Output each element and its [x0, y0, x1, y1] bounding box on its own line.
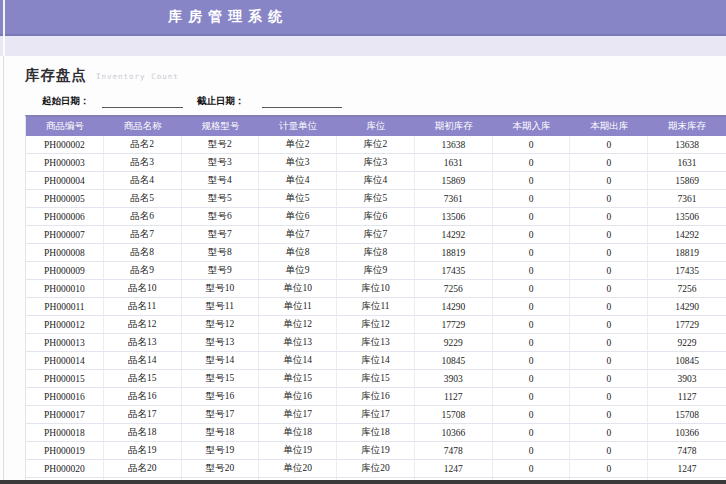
table-cell[interactable]: 17729 — [415, 316, 493, 333]
table-cell[interactable]: 10366 — [648, 424, 726, 441]
column-header[interactable]: 计量单位 — [259, 117, 337, 136]
table-cell[interactable]: 13638 — [648, 136, 726, 153]
table-cell[interactable]: 10845 — [415, 352, 493, 369]
table-cell[interactable]: 9229 — [648, 334, 726, 351]
column-header[interactable]: 商品编号 — [26, 117, 104, 136]
table-cell[interactable]: 品名17 — [104, 406, 182, 423]
table-cell[interactable]: 13638 — [415, 136, 493, 153]
column-header[interactable]: 期末库存 — [648, 117, 726, 136]
table-cell[interactable]: PH000004 — [26, 172, 104, 189]
table-cell[interactable]: 13506 — [415, 208, 493, 225]
table-cell[interactable]: PH000013 — [26, 334, 104, 351]
table-cell[interactable]: 0 — [493, 424, 571, 441]
table-cell[interactable]: 单位9 — [259, 262, 337, 279]
table-cell[interactable]: 1127 — [648, 388, 726, 405]
table-cell[interactable]: 库位18 — [337, 424, 415, 441]
column-header[interactable]: 规格型号 — [182, 117, 260, 136]
table-cell[interactable]: 14290 — [648, 298, 726, 315]
table-cell[interactable]: 单位16 — [259, 388, 337, 405]
table-cell[interactable]: 库位10 — [337, 280, 415, 297]
start-date-input[interactable] — [102, 96, 183, 108]
table-cell[interactable]: 库位13 — [337, 334, 415, 351]
table-cell[interactable]: 0 — [493, 298, 571, 315]
table-cell[interactable]: 0 — [570, 244, 648, 261]
table-cell[interactable]: 品名10 — [104, 280, 182, 297]
table-cell[interactable]: 0 — [570, 172, 648, 189]
table-cell[interactable]: 0 — [493, 442, 571, 459]
table-cell[interactable]: 0 — [570, 136, 648, 153]
table-cell[interactable]: 7478 — [648, 442, 726, 459]
table-cell[interactable]: 型号14 — [182, 352, 260, 369]
table-cell[interactable]: 库位20 — [337, 460, 415, 477]
table-cell[interactable]: PH000017 — [26, 406, 104, 423]
table-cell[interactable]: 0 — [570, 226, 648, 243]
table-cell[interactable]: 15869 — [415, 172, 493, 189]
table-cell[interactable]: 库位11 — [337, 298, 415, 315]
table-cell[interactable]: 0 — [493, 334, 571, 351]
table-cell[interactable]: 0 — [493, 370, 571, 387]
end-date-input[interactable] — [262, 96, 342, 108]
table-cell[interactable]: 1127 — [415, 388, 493, 405]
table-cell[interactable]: 单位14 — [259, 352, 337, 369]
table-cell[interactable]: 品名7 — [104, 226, 182, 243]
table-cell[interactable]: 品名19 — [104, 442, 182, 459]
column-header[interactable]: 库位 — [337, 117, 415, 136]
table-cell[interactable]: 品名3 — [104, 154, 182, 171]
table-cell[interactable]: 3903 — [415, 370, 493, 387]
table-cell[interactable]: 0 — [493, 388, 571, 405]
table-cell[interactable]: 0 — [493, 154, 571, 171]
table-cell[interactable]: 0 — [493, 172, 571, 189]
table-cell[interactable]: 0 — [570, 424, 648, 441]
table-cell[interactable]: 0 — [493, 316, 571, 333]
table-cell[interactable]: 0 — [570, 316, 648, 333]
table-cell[interactable]: 库位6 — [337, 208, 415, 225]
table-cell[interactable]: 0 — [570, 334, 648, 351]
table-cell[interactable]: 品名6 — [104, 208, 182, 225]
table-cell[interactable]: 0 — [570, 370, 648, 387]
table-cell[interactable]: 0 — [570, 442, 648, 459]
table-cell[interactable]: 库位14 — [337, 352, 415, 369]
table-cell[interactable]: 0 — [493, 190, 571, 207]
table-cell[interactable]: 单位8 — [259, 244, 337, 261]
table-cell[interactable]: 18819 — [415, 244, 493, 261]
table-cell[interactable]: 0 — [493, 406, 571, 423]
table-cell[interactable]: 品名4 — [104, 172, 182, 189]
table-cell[interactable]: 型号5 — [182, 190, 260, 207]
table-cell[interactable]: 0 — [570, 280, 648, 297]
table-cell[interactable]: 库位4 — [337, 172, 415, 189]
table-cell[interactable]: 型号3 — [182, 154, 260, 171]
table-cell[interactable]: 品名12 — [104, 316, 182, 333]
table-cell[interactable]: PH000016 — [26, 388, 104, 405]
table-cell[interactable]: 品名5 — [104, 190, 182, 207]
table-cell[interactable]: 单位20 — [259, 460, 337, 477]
table-cell[interactable]: 0 — [570, 190, 648, 207]
table-cell[interactable]: 型号2 — [182, 136, 260, 153]
table-cell[interactable]: 0 — [493, 262, 571, 279]
table-cell[interactable]: PH000005 — [26, 190, 104, 207]
table-cell[interactable]: 0 — [570, 262, 648, 279]
table-cell[interactable]: PH000010 — [26, 280, 104, 297]
table-cell[interactable]: 14292 — [648, 226, 726, 243]
table-cell[interactable]: 0 — [570, 388, 648, 405]
table-cell[interactable]: 单位13 — [259, 334, 337, 351]
table-cell[interactable]: PH000003 — [26, 154, 104, 171]
table-cell[interactable]: PH000011 — [26, 298, 104, 315]
table-cell[interactable]: 1247 — [648, 460, 726, 477]
table-cell[interactable]: 品名9 — [104, 262, 182, 279]
table-cell[interactable]: 单位19 — [259, 442, 337, 459]
table-cell[interactable]: 0 — [570, 352, 648, 369]
table-cell[interactable]: 型号13 — [182, 334, 260, 351]
table-cell[interactable]: 库位17 — [337, 406, 415, 423]
table-cell[interactable]: 库位19 — [337, 442, 415, 459]
table-cell[interactable]: 7361 — [648, 190, 726, 207]
table-cell[interactable]: PH000007 — [26, 226, 104, 243]
table-cell[interactable]: 型号9 — [182, 262, 260, 279]
table-cell[interactable]: 型号15 — [182, 370, 260, 387]
table-cell[interactable]: 0 — [493, 136, 571, 153]
table-cell[interactable]: 库位5 — [337, 190, 415, 207]
table-cell[interactable]: 型号6 — [182, 208, 260, 225]
table-cell[interactable]: 单位17 — [259, 406, 337, 423]
table-cell[interactable]: 单位18 — [259, 424, 337, 441]
table-cell[interactable]: 1631 — [648, 154, 726, 171]
table-cell[interactable]: 15708 — [415, 406, 493, 423]
